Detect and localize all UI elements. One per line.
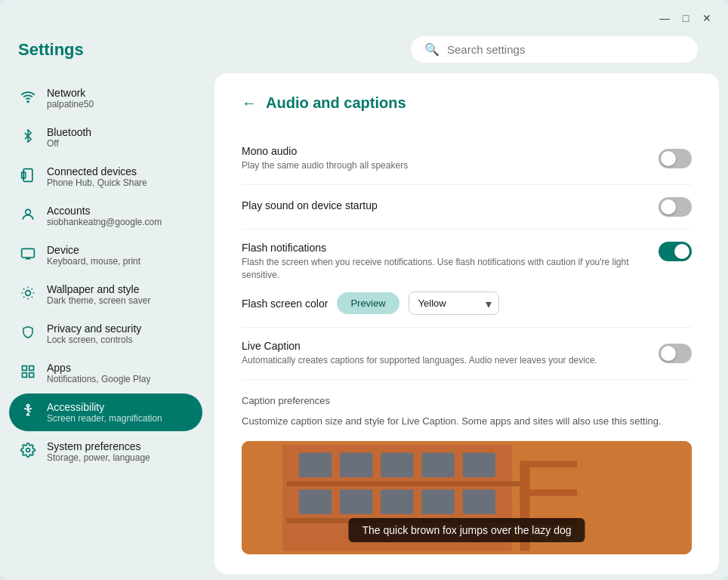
search-icon: 🔍 [424,42,440,57]
accessibility-sublabel: Screen reader, magnification [47,413,162,424]
caption-preview-text: The quick brown fox jumps over the lazy … [348,518,585,542]
privacy-text: Privacy and security Lock screen, contro… [47,322,141,345]
privacy-icon [20,325,36,343]
flash-notifications-desc: Flash the screen when you receive notifi… [242,256,643,282]
flash-color-label: Flash screen color [242,298,328,310]
wallpaper-text: Wallpaper and style Dark theme, screen s… [47,283,150,306]
privacy-label: Privacy and security [47,322,141,335]
bluetooth-text: Bluetooth Off [47,126,91,149]
flash-notifications-name: Flash notifications [242,242,643,254]
app-header: Settings 🔍 [0,29,728,73]
caption-section-title: Caption preferences [242,395,692,406]
play-sound-name: Play sound on device startup [242,199,643,211]
accounts-label: Accounts [47,205,162,217]
svg-rect-7 [29,366,34,370]
connected-devices-icon [20,168,36,187]
live-caption-info: Live Caption Automatically creates capti… [242,340,659,367]
accessibility-label: Accessibility [47,401,162,413]
sidebar-item-connected-devices[interactable]: Connected devices Phone Hub, Quick Share [9,158,202,196]
network-sublabel: palpatine50 [47,99,94,110]
mono-audio-name: Mono audio [242,145,643,157]
svg-point-11 [26,448,30,452]
network-label: Network [47,87,94,99]
play-sound-info: Play sound on device startup [242,199,659,214]
accounts-sublabel: siobhankeatng@google.com [47,217,162,227]
content-title: Audio and captions [266,94,406,112]
system-label: System preferences [47,440,150,452]
back-button[interactable]: ← [242,94,257,112]
sidebar-item-system[interactable]: System preferences Storage, power, langu… [9,433,202,470]
close-button[interactable]: ✕ [696,8,717,29]
wallpaper-sublabel: Dark theme, screen saver [47,295,150,306]
wallpaper-label: Wallpaper and style [47,283,150,295]
device-label: Device [47,244,140,256]
bluetooth-icon [20,129,36,147]
svg-point-0 [27,100,29,102]
sidebar-item-wallpaper[interactable]: Wallpaper and style Dark theme, screen s… [9,276,202,313]
svg-rect-6 [23,366,27,370]
svg-point-3 [26,209,31,214]
caption-preferences-section: Caption preferences Customize caption si… [242,380,692,554]
sidebar-item-privacy[interactable]: Privacy and security Lock screen, contro… [9,315,202,353]
sidebar-item-device[interactable]: Device Keyboard, mouse, print [9,236,202,274]
app-title: Settings [18,40,84,60]
color-select-wrapper: Yellow Red White Custom [409,292,499,315]
sidebar-item-accounts[interactable]: Accounts siobhankeatng@google.com [9,197,202,235]
device-icon [20,246,36,265]
flash-notifications-info: Flash notifications Flash the screen whe… [242,242,659,282]
apps-sublabel: Notifications, Google Play [47,374,150,384]
live-caption-desc: Automatically creates captions for suppo… [242,354,643,367]
svg-rect-4 [22,248,35,258]
svg-rect-9 [29,372,34,377]
apps-label: Apps [47,362,150,374]
device-text: Device Keyboard, mouse, print [47,244,140,267]
privacy-sublabel: Lock screen, controls [47,335,141,345]
flash-notifications-toggle[interactable] [659,242,692,261]
mono-audio-info: Mono audio Play the same audio through a… [242,145,659,172]
connected-devices-text: Connected devices Phone Hub, Quick Share [47,165,147,188]
sidebar: Network palpatine50 Bluetooth Off [0,73,211,574]
caption-desc: Customize caption size and style for Liv… [242,414,692,429]
content-header: ← Audio and captions [242,94,692,112]
content-panel: ← Audio and captions Mono audio Play the… [214,73,719,574]
accounts-text: Accounts siobhankeatng@google.com [47,205,162,227]
system-icon [20,443,36,461]
live-caption-toggle[interactable] [659,344,692,363]
connected-devices-sublabel: Phone Hub, Quick Share [47,177,147,188]
apps-text: Apps Notifications, Google Play [47,362,150,384]
live-caption-row: Live Caption Automatically creates capti… [242,328,692,380]
color-select[interactable]: Yellow Red White Custom [409,292,499,315]
svg-point-5 [26,290,31,295]
apps-icon [20,364,36,383]
accessibility-icon [20,403,36,422]
mono-audio-toggle[interactable] [659,149,692,168]
wallpaper-icon [20,285,36,304]
network-icon [20,89,36,108]
flash-top: Flash notifications Flash the screen whe… [242,242,692,282]
search-input[interactable] [447,43,684,56]
sidebar-item-apps[interactable]: Apps Notifications, Google Play [9,354,202,392]
minimize-button[interactable]: — [654,8,675,29]
play-sound-toggle[interactable] [659,197,692,217]
flash-color-row: Flash screen color Preview Yellow Red Wh… [242,292,499,315]
title-bar: — □ ✕ [0,0,728,29]
play-sound-row: Play sound on device startup [242,185,692,230]
mono-audio-desc: Play the same audio through all speakers [242,159,643,172]
accessibility-text: Accessibility Screen reader, magnificati… [47,401,162,424]
live-caption-name: Live Caption [242,340,643,352]
svg-rect-8 [23,372,27,377]
system-text: System preferences Storage, power, langu… [47,440,150,463]
svg-point-10 [26,404,29,406]
sidebar-item-network[interactable]: Network palpatine50 [9,79,202,117]
caption-preview: The quick brown fox jumps over the lazy … [242,441,692,554]
main-layout: Network palpatine50 Bluetooth Off [0,73,728,580]
system-sublabel: Storage, power, language [47,452,150,463]
search-bar[interactable]: 🔍 [411,36,698,63]
maximize-button[interactable]: □ [675,8,696,29]
accounts-icon [20,207,36,226]
sidebar-item-accessibility[interactable]: Accessibility Screen reader, magnificati… [9,393,202,431]
bluetooth-label: Bluetooth [47,126,91,138]
sidebar-item-bluetooth[interactable]: Bluetooth Off [9,119,202,156]
flash-preview-button[interactable]: Preview [337,292,399,314]
device-sublabel: Keyboard, mouse, print [47,256,140,267]
